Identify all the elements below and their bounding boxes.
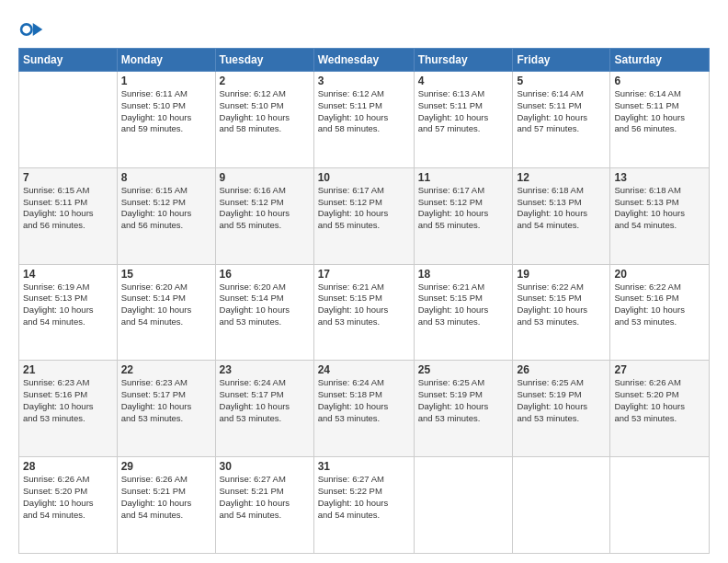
- day-cell: 18Sunrise: 6:21 AM Sunset: 5:15 PM Dayli…: [414, 264, 513, 361]
- header-cell-sunday: Sunday: [19, 49, 118, 72]
- day-info: Sunrise: 6:22 AM Sunset: 5:15 PM Dayligh…: [517, 282, 606, 328]
- day-number: 11: [418, 171, 509, 184]
- day-number: 9: [220, 171, 310, 184]
- day-number: 26: [517, 363, 606, 376]
- day-cell: 20Sunrise: 6:22 AM Sunset: 5:16 PM Dayli…: [610, 264, 710, 361]
- day-number: 5: [517, 75, 606, 87]
- day-info: Sunrise: 6:16 AM Sunset: 5:12 PM Dayligh…: [220, 185, 310, 232]
- day-info: Sunrise: 6:22 AM Sunset: 5:16 PM Dayligh…: [614, 282, 705, 328]
- day-number: 23: [220, 363, 310, 376]
- day-cell: 30Sunrise: 6:27 AM Sunset: 5:21 PM Dayli…: [215, 457, 313, 554]
- day-cell: 8Sunrise: 6:15 AM Sunset: 5:12 PM Daylig…: [117, 167, 215, 264]
- day-info: Sunrise: 6:21 AM Sunset: 5:15 PM Dayligh…: [318, 282, 410, 328]
- day-number: 31: [318, 460, 410, 473]
- day-info: Sunrise: 6:20 AM Sunset: 5:14 PM Dayligh…: [121, 282, 211, 328]
- day-info: Sunrise: 6:24 AM Sunset: 5:18 PM Dayligh…: [318, 377, 410, 424]
- week-row-3: 14Sunrise: 6:19 AM Sunset: 5:13 PM Dayli…: [19, 264, 710, 361]
- day-number: 2: [220, 75, 310, 87]
- day-cell: 14Sunrise: 6:19 AM Sunset: 5:13 PM Dayli…: [19, 264, 118, 361]
- day-info: Sunrise: 6:26 AM Sunset: 5:21 PM Dayligh…: [121, 474, 211, 521]
- day-cell: 31Sunrise: 6:27 AM Sunset: 5:22 PM Dayli…: [313, 457, 414, 554]
- day-info: Sunrise: 6:15 AM Sunset: 5:12 PM Dayligh…: [121, 185, 211, 232]
- day-info: Sunrise: 6:14 AM Sunset: 5:11 PM Dayligh…: [517, 88, 606, 135]
- day-cell: [19, 72, 118, 168]
- week-row-1: 1Sunrise: 6:11 AM Sunset: 5:10 PM Daylig…: [19, 72, 710, 168]
- day-info: Sunrise: 6:25 AM Sunset: 5:19 PM Dayligh…: [418, 377, 509, 424]
- day-number: 19: [517, 268, 606, 281]
- day-info: Sunrise: 6:17 AM Sunset: 5:12 PM Dayligh…: [318, 185, 410, 232]
- day-cell: 19Sunrise: 6:22 AM Sunset: 5:15 PM Dayli…: [513, 264, 610, 361]
- day-cell: 16Sunrise: 6:20 AM Sunset: 5:14 PM Dayli…: [215, 264, 313, 361]
- calendar-table: SundayMondayTuesdayWednesdayThursdayFrid…: [18, 48, 710, 554]
- day-number: 8: [121, 171, 211, 184]
- day-number: 1: [121, 75, 211, 87]
- day-cell: 9Sunrise: 6:16 AM Sunset: 5:12 PM Daylig…: [215, 167, 313, 264]
- day-cell: [414, 457, 513, 554]
- day-info: Sunrise: 6:12 AM Sunset: 5:11 PM Dayligh…: [318, 88, 410, 135]
- day-number: 25: [418, 363, 509, 376]
- week-row-4: 21Sunrise: 6:23 AM Sunset: 5:16 PM Dayli…: [19, 361, 710, 457]
- day-cell: 27Sunrise: 6:26 AM Sunset: 5:20 PM Dayli…: [610, 361, 710, 457]
- day-info: Sunrise: 6:15 AM Sunset: 5:11 PM Dayligh…: [23, 185, 113, 232]
- header: [18, 17, 710, 42]
- day-number: 28: [23, 460, 113, 473]
- day-info: Sunrise: 6:26 AM Sunset: 5:20 PM Dayligh…: [614, 377, 705, 424]
- day-info: Sunrise: 6:26 AM Sunset: 5:20 PM Dayligh…: [23, 474, 113, 521]
- day-number: 22: [121, 363, 211, 376]
- day-number: 14: [23, 268, 113, 281]
- day-cell: 7Sunrise: 6:15 AM Sunset: 5:11 PM Daylig…: [19, 167, 118, 264]
- day-number: 20: [614, 268, 705, 281]
- week-row-2: 7Sunrise: 6:15 AM Sunset: 5:11 PM Daylig…: [19, 167, 710, 264]
- header-row: SundayMondayTuesdayWednesdayThursdayFrid…: [19, 49, 710, 72]
- header-cell-tuesday: Tuesday: [215, 49, 313, 72]
- header-cell-wednesday: Wednesday: [313, 49, 414, 72]
- day-number: 30: [220, 460, 310, 473]
- logo-icon: [18, 17, 44, 42]
- day-number: 6: [614, 75, 705, 87]
- day-cell: 21Sunrise: 6:23 AM Sunset: 5:16 PM Dayli…: [19, 361, 118, 457]
- header-cell-monday: Monday: [117, 49, 215, 72]
- day-info: Sunrise: 6:18 AM Sunset: 5:13 PM Dayligh…: [614, 185, 705, 232]
- day-number: 18: [418, 268, 509, 281]
- day-info: Sunrise: 6:18 AM Sunset: 5:13 PM Dayligh…: [517, 185, 606, 232]
- svg-marker-1: [33, 23, 43, 36]
- svg-point-2: [22, 26, 30, 34]
- day-number: 27: [614, 363, 705, 376]
- day-number: 3: [318, 75, 410, 87]
- day-number: 12: [517, 171, 606, 184]
- week-row-5: 28Sunrise: 6:26 AM Sunset: 5:20 PM Dayli…: [19, 457, 710, 554]
- day-info: Sunrise: 6:12 AM Sunset: 5:10 PM Dayligh…: [220, 88, 310, 135]
- day-info: Sunrise: 6:13 AM Sunset: 5:11 PM Dayligh…: [418, 88, 509, 135]
- day-cell: 11Sunrise: 6:17 AM Sunset: 5:12 PM Dayli…: [414, 167, 513, 264]
- day-cell: 5Sunrise: 6:14 AM Sunset: 5:11 PM Daylig…: [513, 72, 610, 168]
- day-cell: 10Sunrise: 6:17 AM Sunset: 5:12 PM Dayli…: [313, 167, 414, 264]
- logo: [18, 17, 48, 42]
- day-cell: 4Sunrise: 6:13 AM Sunset: 5:11 PM Daylig…: [414, 72, 513, 168]
- day-cell: [610, 457, 710, 554]
- day-info: Sunrise: 6:17 AM Sunset: 5:12 PM Dayligh…: [418, 185, 509, 232]
- day-cell: 29Sunrise: 6:26 AM Sunset: 5:21 PM Dayli…: [117, 457, 215, 554]
- day-info: Sunrise: 6:20 AM Sunset: 5:14 PM Dayligh…: [220, 282, 310, 328]
- day-number: 29: [121, 460, 211, 473]
- day-cell: 3Sunrise: 6:12 AM Sunset: 5:11 PM Daylig…: [313, 72, 414, 168]
- day-cell: 6Sunrise: 6:14 AM Sunset: 5:11 PM Daylig…: [610, 72, 710, 168]
- day-info: Sunrise: 6:23 AM Sunset: 5:17 PM Dayligh…: [121, 377, 211, 424]
- day-cell: [513, 457, 610, 554]
- day-number: 4: [418, 75, 509, 87]
- day-cell: 12Sunrise: 6:18 AM Sunset: 5:13 PM Dayli…: [513, 167, 610, 264]
- day-info: Sunrise: 6:27 AM Sunset: 5:22 PM Dayligh…: [318, 474, 410, 521]
- day-info: Sunrise: 6:27 AM Sunset: 5:21 PM Dayligh…: [220, 474, 310, 521]
- day-cell: 26Sunrise: 6:25 AM Sunset: 5:19 PM Dayli…: [513, 361, 610, 457]
- header-cell-thursday: Thursday: [414, 49, 513, 72]
- day-cell: 28Sunrise: 6:26 AM Sunset: 5:20 PM Dayli…: [19, 457, 118, 554]
- day-number: 21: [23, 363, 113, 376]
- day-number: 10: [318, 171, 410, 184]
- day-info: Sunrise: 6:11 AM Sunset: 5:10 PM Dayligh…: [121, 88, 211, 135]
- day-cell: 17Sunrise: 6:21 AM Sunset: 5:15 PM Dayli…: [313, 264, 414, 361]
- day-number: 24: [318, 363, 410, 376]
- day-info: Sunrise: 6:23 AM Sunset: 5:16 PM Dayligh…: [23, 377, 113, 424]
- day-info: Sunrise: 6:19 AM Sunset: 5:13 PM Dayligh…: [23, 282, 113, 328]
- day-info: Sunrise: 6:14 AM Sunset: 5:11 PM Dayligh…: [614, 88, 705, 135]
- day-cell: 23Sunrise: 6:24 AM Sunset: 5:17 PM Dayli…: [215, 361, 313, 457]
- day-cell: 1Sunrise: 6:11 AM Sunset: 5:10 PM Daylig…: [117, 72, 215, 168]
